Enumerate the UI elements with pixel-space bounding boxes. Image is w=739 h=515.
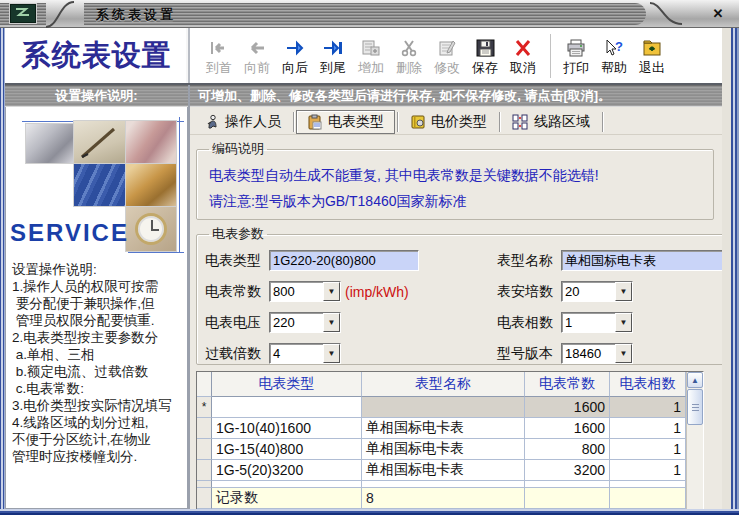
- tab-price-types[interactable]: 电价类型: [400, 110, 497, 134]
- window-border-left: [0, 28, 5, 515]
- delete-record-button[interactable]: 删除: [390, 31, 428, 81]
- dropdown-arrow-icon[interactable]: ▼: [615, 344, 632, 363]
- meter-type-clipboard-icon: [307, 114, 323, 130]
- dropdown-arrow-icon[interactable]: ▼: [615, 313, 632, 332]
- sidebar-header: 设置操作说明:: [5, 85, 188, 107]
- sidebar-body: SERVICE 设置操作说明: 1.操作人员的权限可按需 要分配便于兼职操作,但…: [5, 107, 188, 509]
- grid-header-row: 电表类型 表型名称 电表常数 电表相数: [197, 372, 686, 397]
- table-row[interactable]: 1G-5(20)3200 单相国标电卡表 3200 1: [197, 460, 686, 481]
- cancel-button[interactable]: 取消: [504, 31, 542, 81]
- instructions-text: 设置操作说明: 1.操作人员的权限可按需 要分配便于兼职操作,但 管理员权限分配…: [8, 257, 185, 465]
- info-bar: 可增加、删除、修改各类型后请进行保存, 如不保存修改, 请点击[取消]。: [190, 85, 722, 107]
- titlebar-swoosh-right: [642, 0, 692, 28]
- coding-notes-groupbox: 编码说明 电表类型自动生成不能重复, 其中电表常数是关键数据不能选错! 请注意:…: [196, 140, 714, 220]
- column-header[interactable]: 电表类型: [212, 372, 362, 397]
- edit-note-icon: [437, 36, 457, 60]
- coding-note-2: 请注意:型号版本为GB/T18460国家新标准: [205, 188, 705, 214]
- tab-operators[interactable]: 操作人员: [194, 110, 291, 134]
- tab-bar: 操作人员 电表类型 电价类型 线路区域: [190, 107, 722, 135]
- vertical-scroll-thumb[interactable]: [687, 389, 703, 425]
- record-count-row: 记录数 8: [197, 488, 686, 509]
- tab-separator: [499, 112, 500, 132]
- model-name-field[interactable]: 单相国标电卡表: [561, 250, 739, 271]
- prev-arrow-icon: [246, 36, 268, 60]
- overload-select[interactable]: 4 ▼: [269, 343, 341, 364]
- last-record-button[interactable]: 到尾: [314, 31, 352, 81]
- vertical-scrollbar[interactable]: ▲ ▼: [686, 372, 703, 515]
- row-selector-header: [197, 372, 212, 397]
- column-header[interactable]: 电表常数: [525, 372, 610, 397]
- model-version-label: 型号版本: [497, 345, 561, 363]
- exit-folder-icon: [642, 36, 662, 60]
- add-record-icon: [361, 36, 381, 60]
- prev-record-button[interactable]: 向前: [238, 31, 276, 81]
- meter-types-grid: 电表类型 表型名称 电表常数 电表相数 * 1600 1: [196, 371, 704, 515]
- pocket-watch-photo: [126, 207, 176, 251]
- row-selector[interactable]: [197, 460, 212, 481]
- last-arrow-icon: [322, 36, 344, 60]
- first-record-button[interactable]: 到首: [200, 31, 238, 81]
- save-button[interactable]: 保存: [466, 31, 504, 81]
- window-title: 系统表设置: [96, 6, 176, 24]
- titlebar: 系统表设置 ✕: [0, 0, 739, 28]
- tab-meter-types[interactable]: 电表类型: [296, 110, 395, 134]
- price-type-book-icon: [410, 114, 426, 130]
- coding-note-1: 电表类型自动生成不能重复, 其中电表常数是关键数据不能选错!: [205, 162, 705, 188]
- modify-record-button[interactable]: 修改: [428, 31, 466, 81]
- scroll-up-icon[interactable]: ▲: [687, 372, 703, 388]
- meter-constant-label: 电表常数: [205, 283, 269, 301]
- next-record-button[interactable]: 向后: [276, 31, 314, 81]
- column-header[interactable]: 表型名称: [362, 372, 525, 397]
- save-floppy-icon: [476, 36, 495, 60]
- cancel-x-icon: [513, 36, 533, 60]
- line-area-diagram-icon: [512, 114, 529, 130]
- titlebar-swoosh-left: [40, 0, 90, 28]
- voltage-select[interactable]: 220 ▼: [269, 312, 341, 333]
- ampere-select[interactable]: 20 ▼: [561, 281, 633, 302]
- meter-type-label: 电表类型: [205, 252, 269, 270]
- dropdown-arrow-icon[interactable]: ▼: [323, 344, 340, 363]
- add-record-button[interactable]: 增加: [352, 31, 390, 81]
- overload-label: 过载倍数: [205, 345, 269, 363]
- meter-constant-select[interactable]: 800 ▼: [269, 281, 341, 302]
- voltage-label: 电表电压: [205, 314, 269, 332]
- tab-line-areas[interactable]: 线路区域: [502, 110, 600, 134]
- toolbar-separator: [550, 34, 551, 78]
- coding-notes-title: 编码说明: [209, 140, 267, 158]
- pen-photo: [74, 121, 125, 163]
- dropdown-arrow-icon[interactable]: ▼: [615, 282, 632, 301]
- table-row-current[interactable]: * 1600 1: [197, 397, 686, 418]
- tab-separator: [602, 112, 603, 132]
- meter-constant-unit: (imp/kWh): [345, 284, 409, 300]
- page-title: 系统表设置: [5, 28, 190, 83]
- help-button[interactable]: ? 帮助: [595, 31, 633, 81]
- print-icon: [566, 36, 586, 60]
- keyboard-photo: [74, 164, 125, 206]
- meter-type-field[interactable]: 1G220-20(80)800: [269, 250, 419, 271]
- dropdown-arrow-icon[interactable]: ▼: [323, 313, 340, 332]
- operator-person-icon: [204, 114, 220, 130]
- row-selector[interactable]: [197, 418, 212, 439]
- meter-params-groupbox: 电表参数 电表类型 1G220-20(80)800 表型名称 单相国标电卡表: [196, 225, 739, 365]
- close-icon[interactable]: ✕: [709, 5, 727, 23]
- table-row[interactable]: 1G-10(40)1600 单相国标电卡表 1600 1: [197, 418, 686, 439]
- exit-button[interactable]: 退出: [633, 31, 671, 81]
- first-arrow-icon: [208, 36, 230, 60]
- dropdown-arrow-icon[interactable]: ▼: [323, 282, 340, 301]
- header-row: 系统表设置 到首 向前: [5, 28, 722, 85]
- record-count-value: 8: [362, 488, 525, 509]
- tab-separator: [397, 112, 398, 132]
- phases-select[interactable]: 1 ▼: [561, 312, 633, 333]
- phases-label: 电表相数: [497, 314, 561, 332]
- column-header[interactable]: 电表相数: [610, 372, 686, 397]
- tab-separator: [293, 112, 294, 132]
- print-button[interactable]: 打印: [557, 31, 595, 81]
- model-version-select[interactable]: 18460 ▼: [561, 343, 633, 364]
- toolbar: 到首 向前 向后 到尾: [190, 28, 722, 83]
- window-border-bottom: [0, 509, 739, 515]
- service-collage-image: SERVICE: [8, 111, 185, 257]
- ribbon-photo: [126, 121, 176, 163]
- row-selector[interactable]: [197, 439, 212, 460]
- row-selector[interactable]: *: [197, 397, 212, 418]
- table-row[interactable]: 1G-15(40)800 单相国标电卡表 800 1: [197, 439, 686, 460]
